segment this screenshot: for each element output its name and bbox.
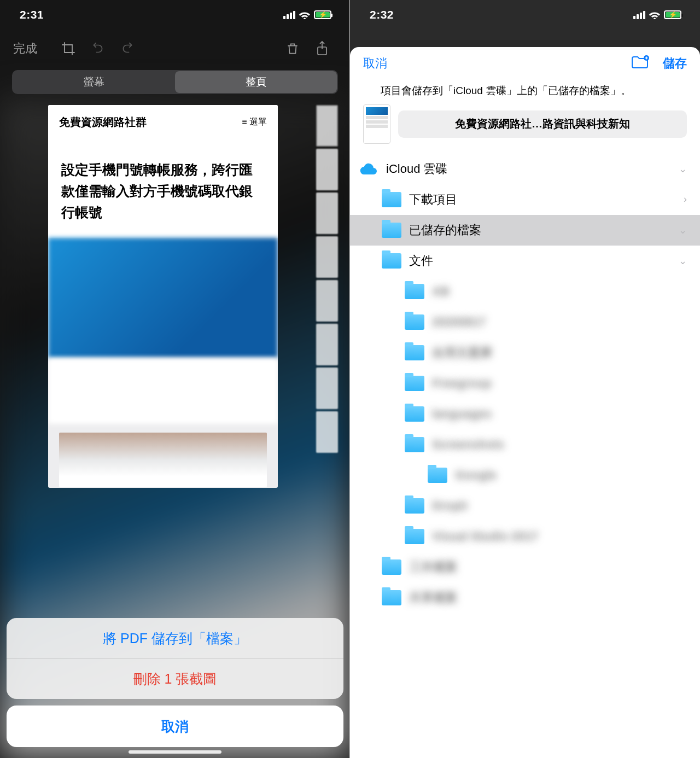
folder-list: iCloud 雲碟 ⌄ 下載項目 › 已儲存的檔案 ⌄ 文件 ⌄ xyxy=(350,154,700,759)
action-cancel[interactable]: 取消 xyxy=(7,705,343,747)
save-button[interactable]: 儲存 xyxy=(663,55,687,72)
blurred-content xyxy=(48,358,278,424)
share-icon[interactable] xyxy=(307,40,337,57)
folder-saved[interactable]: 已儲存的檔案 ⌄ xyxy=(350,215,700,246)
site-menu: ≡ 選單 xyxy=(242,116,267,128)
folder-icon xyxy=(405,284,424,299)
folder-blurred[interactable]: Freegroup xyxy=(350,368,700,399)
folder-downloads[interactable]: 下載項目 › xyxy=(350,184,700,215)
status-bar: 2:32 ⚡ xyxy=(350,0,700,30)
action-delete[interactable]: 刪除 1 張截圖 xyxy=(7,658,343,699)
hero-image xyxy=(48,238,278,358)
folder-blurred[interactable]: Screenshots xyxy=(350,429,700,460)
tab-screen[interactable]: 螢幕 xyxy=(13,71,175,93)
action-save-pdf[interactable]: 將 PDF 儲存到「檔案」 xyxy=(7,618,343,658)
status-time: 2:31 xyxy=(20,8,44,21)
site-title: 免費資源網路社群 xyxy=(59,115,147,130)
screenshot-left: 2:31 ⚡ 完成 xyxy=(0,0,350,758)
cellular-icon xyxy=(633,11,645,19)
tab-fullpage[interactable]: 整頁 xyxy=(175,71,337,93)
status-time: 2:32 xyxy=(370,8,394,21)
wifi-icon xyxy=(299,10,311,19)
cellular-icon xyxy=(283,11,295,19)
folder-icloud[interactable]: iCloud 雲碟 ⌄ xyxy=(350,154,700,184)
screenshot-right: 2:32 ⚡ 取消 xyxy=(350,0,700,758)
folder-blurred[interactable]: 工作檔案 xyxy=(350,552,700,582)
cancel-button[interactable]: 取消 xyxy=(363,55,387,72)
folder-icon xyxy=(405,345,424,360)
page-thumbnails[interactable] xyxy=(316,105,338,488)
folder-blurred[interactable]: AB xyxy=(350,276,700,307)
new-folder-icon[interactable] xyxy=(631,55,650,72)
folder-icon xyxy=(405,498,424,514)
folder-icon xyxy=(382,253,401,269)
segmented-control: 螢幕 整頁 xyxy=(12,70,338,94)
doc-filename[interactable]: 免費資源網路社…路資訊與科技新知 xyxy=(398,110,687,138)
home-indicator xyxy=(129,750,221,754)
battery-icon: ⚡ xyxy=(664,10,681,19)
action-sheet: 將 PDF 儲存到「檔案」 刪除 1 張截圖 取消 xyxy=(7,618,343,747)
edit-toolbar: 完成 xyxy=(0,30,350,68)
folder-icon xyxy=(405,437,424,452)
status-bar: 2:31 ⚡ xyxy=(0,0,350,30)
folder-icon xyxy=(405,406,424,422)
folder-icon xyxy=(428,468,447,483)
folder-icon xyxy=(382,223,401,238)
folder-blurred[interactable]: 共享檔案 xyxy=(350,582,700,613)
folder-blurred[interactable]: Visual Studio 2017 xyxy=(350,521,700,552)
folder-documents[interactable]: 文件 ⌄ xyxy=(350,246,700,276)
folder-icon xyxy=(405,529,424,544)
folder-blurred[interactable]: 20200817 xyxy=(350,307,700,337)
trash-icon[interactable] xyxy=(278,41,307,56)
chevron-down-icon: ⌄ xyxy=(679,224,687,236)
folder-blurred[interactable]: 自用主題庫 xyxy=(350,337,700,368)
folder-icon xyxy=(405,314,424,330)
undo-icon[interactable] xyxy=(83,42,113,56)
doc-thumbnail xyxy=(363,104,390,144)
files-sheet: 取消 儲存 項目會儲存到「iCloud 雲碟」上的「已儲存的檔案」。 xyxy=(350,47,700,758)
folder-icon xyxy=(382,559,401,575)
battery-icon: ⚡ xyxy=(314,10,331,19)
chevron-right-icon: › xyxy=(684,194,687,205)
wifi-icon xyxy=(649,10,661,19)
folder-blurred[interactable]: Google xyxy=(350,460,700,491)
chevron-down-icon: ⌄ xyxy=(679,163,687,175)
article-title: 設定手機門號轉帳服務，跨行匯款僅需輸入對方手機號碼取代銀行帳號 xyxy=(48,139,278,238)
folder-blurred[interactable]: languages xyxy=(350,399,700,429)
folder-icon xyxy=(382,590,401,605)
save-location-info: 項目會儲存到「iCloud 雲碟」上的「已儲存的檔案」。 xyxy=(350,80,700,99)
icloud-icon xyxy=(359,161,378,177)
page-preview[interactable]: 免費資源網路社群 ≡ 選單 設定手機門號轉帳服務，跨行匯款僅需輸入對方手機號碼取… xyxy=(48,105,278,488)
article-image xyxy=(59,433,267,487)
redo-icon[interactable] xyxy=(113,42,142,56)
folder-icon xyxy=(405,376,424,391)
folder-icon xyxy=(382,192,401,207)
done-button[interactable]: 完成 xyxy=(13,40,37,57)
crop-icon[interactable] xyxy=(54,41,83,56)
chevron-down-icon: ⌄ xyxy=(679,255,687,267)
folder-blurred[interactable]: Droplr xyxy=(350,491,700,521)
